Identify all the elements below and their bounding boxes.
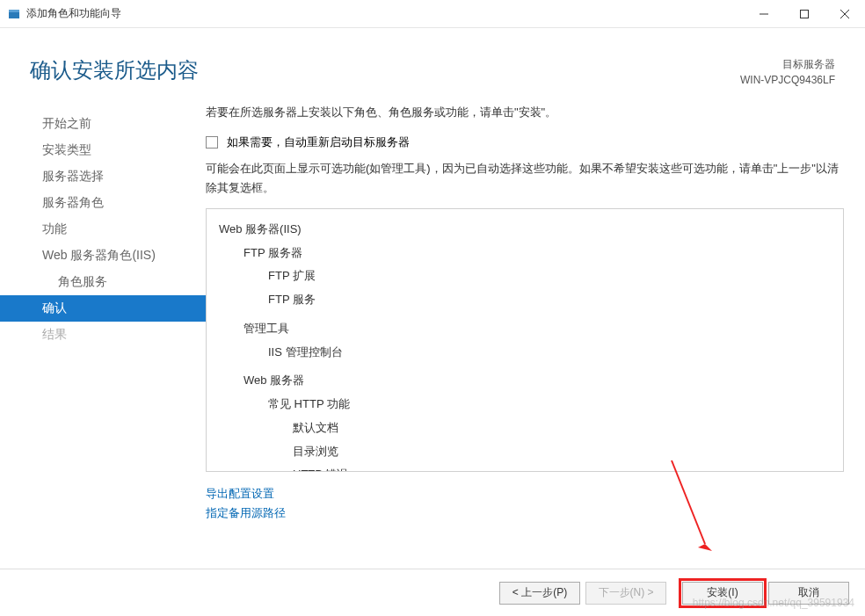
sidebar-item-role-services[interactable]: 角色服务	[0, 269, 206, 295]
header: 确认安装所选内容 目标服务器 WIN-VPJCQ9436LF	[0, 28, 865, 104]
titlebar: 添加角色和功能向导	[0, 0, 865, 28]
target-server-box: 目标服务器 WIN-VPJCQ9436LF	[740, 56, 835, 88]
alt-source-link[interactable]: 指定备用源路径	[206, 504, 844, 523]
tree-item: FTP 扩展	[219, 265, 831, 288]
tree-item: 默认文档	[219, 417, 831, 440]
svg-rect-1	[9, 10, 19, 12]
target-server-name: WIN-VPJCQ9436LF	[740, 72, 835, 88]
sidebar-item-features[interactable]: 功能	[0, 216, 206, 243]
tree-item: 目录浏览	[219, 440, 831, 464]
tree-item: 管理工具	[219, 317, 831, 341]
app-icon	[7, 7, 21, 21]
svg-marker-7	[698, 544, 712, 551]
maximize-button[interactable]	[784, 0, 825, 27]
tree-item: FTP 服务	[219, 288, 831, 312]
target-label: 目标服务器	[740, 56, 835, 72]
body: 开始之前 安装类型 服务器选择 服务器角色 功能 Web 服务器角色(IIS) …	[0, 104, 865, 543]
window-title: 添加角色和功能向导	[26, 6, 121, 21]
sidebar-item-results: 结果	[0, 322, 206, 348]
restart-checkbox[interactable]	[206, 136, 218, 149]
watermark: https://blog.csdn.net/qq_39591934	[693, 597, 854, 609]
previous-button[interactable]: < 上一步(P)	[499, 582, 580, 605]
sidebar-item-iis[interactable]: Web 服务器角色(IIS)	[0, 243, 206, 269]
selection-tree[interactable]: Web 服务器(IIS) FTP 服务器 FTP 扩展 FTP 服务 管理工具 …	[206, 208, 844, 472]
svg-rect-3	[801, 10, 809, 18]
tree-item: Web 服务器	[219, 369, 831, 393]
links: 导出配置设置 指定备用源路径	[206, 484, 844, 523]
window-controls	[744, 0, 865, 27]
intro-text: 若要在所选服务器上安装以下角色、角色服务或功能，请单击"安装"。	[206, 104, 844, 122]
export-config-link[interactable]: 导出配置设置	[206, 484, 844, 504]
sidebar-item-server-roles[interactable]: 服务器角色	[0, 190, 206, 216]
restart-checkbox-label: 如果需要，自动重新启动目标服务器	[227, 134, 410, 150]
tree-item: IIS 管理控制台	[219, 341, 831, 365]
restart-checkbox-row[interactable]: 如果需要，自动重新启动目标服务器	[206, 134, 844, 150]
tree-item: HTTP 错误	[219, 463, 831, 472]
minimize-button[interactable]	[744, 0, 784, 27]
close-button[interactable]	[825, 0, 865, 27]
sidebar-item-confirm[interactable]: 确认	[0, 295, 206, 322]
sidebar-item-server-select[interactable]: 服务器选择	[0, 163, 206, 190]
tree-item: 常见 HTTP 功能	[219, 393, 831, 417]
sidebar: 开始之前 安装类型 服务器选择 服务器角色 功能 Web 服务器角色(IIS) …	[0, 104, 206, 543]
main-content: 若要在所选服务器上安装以下角色、角色服务或功能，请单击"安装"。 如果需要，自动…	[206, 104, 865, 543]
note-text: 可能会在此页面上显示可选功能(如管理工具)，因为已自动选择这些功能。如果不希望安…	[206, 159, 844, 198]
page-title: 确认安装所选内容	[30, 56, 199, 84]
sidebar-item-before[interactable]: 开始之前	[0, 111, 206, 137]
tree-item: FTP 服务器	[219, 242, 831, 265]
sidebar-item-install-type[interactable]: 安装类型	[0, 137, 206, 163]
next-button: 下一步(N) >	[585, 582, 666, 605]
tree-item: Web 服务器(IIS)	[219, 218, 831, 242]
